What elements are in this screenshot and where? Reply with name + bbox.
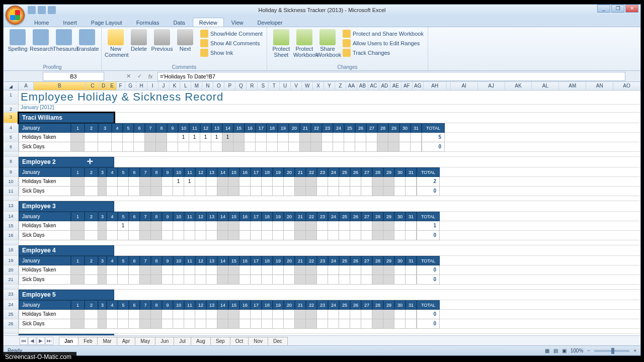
data-cell[interactable] (328, 310, 339, 319)
data-cell[interactable] (306, 319, 317, 329)
data-cell[interactable] (184, 319, 195, 329)
col-AB[interactable]: AB (357, 82, 368, 90)
ribbon-tab-developer[interactable]: Developer (251, 18, 289, 27)
col-I[interactable]: I (147, 82, 158, 90)
row-header[interactable]: 6 (4, 142, 19, 151)
data-cell[interactable] (173, 231, 184, 240)
data-cell[interactable] (317, 221, 328, 231)
data-cell[interactable] (350, 221, 361, 231)
data-cell[interactable] (71, 310, 85, 319)
data-cell[interactable] (195, 221, 206, 231)
data-cell[interactable] (289, 142, 300, 152)
data-cell[interactable] (239, 319, 251, 329)
data-cell[interactable] (300, 133, 311, 142)
data-cell[interactable] (394, 275, 406, 285)
data-cell[interactable] (411, 142, 422, 152)
data-cell[interactable] (173, 221, 184, 231)
data-cell[interactable] (366, 133, 377, 142)
data-cell[interactable] (295, 310, 306, 319)
col-P[interactable]: P (224, 82, 235, 90)
data-cell[interactable] (399, 133, 411, 142)
data-cell[interactable]: 1 (222, 133, 233, 142)
data-cell[interactable] (206, 187, 217, 196)
col-D[interactable]: D (100, 82, 108, 90)
row-header[interactable]: 28 (4, 334, 19, 335)
data-cell[interactable] (339, 275, 350, 285)
data-cell[interactable] (372, 265, 383, 275)
data-cell[interactable] (184, 187, 195, 196)
col-F[interactable]: F (117, 82, 125, 90)
row-header[interactable]: 25 (4, 310, 19, 319)
data-cell[interactable] (162, 310, 173, 319)
col-[interactable] (447, 82, 451, 90)
employee-name[interactable]: Employee 5 (19, 290, 114, 300)
row-header[interactable] (4, 329, 19, 333)
row-header[interactable]: 21 (4, 275, 19, 284)
data-cell[interactable] (339, 177, 350, 187)
data-cell[interactable] (383, 187, 394, 196)
data-cell[interactable] (200, 142, 211, 152)
data-cell[interactable] (71, 177, 85, 187)
row-header[interactable]: 20 (4, 265, 19, 275)
data-cell[interactable] (118, 319, 129, 329)
data-cell[interactable] (339, 231, 350, 240)
data-cell[interactable] (184, 310, 195, 319)
data-cell[interactable] (377, 133, 388, 142)
row-header[interactable]: 5 (4, 133, 19, 142)
data-cell[interactable] (406, 221, 417, 231)
data-cell[interactable] (98, 187, 107, 196)
sheet-tab-nov[interactable]: Nov (248, 337, 268, 345)
data-cell[interactable] (273, 319, 284, 329)
formula-input[interactable]: ='Holidays To Date'!B7 (157, 72, 625, 81)
data-cell[interactable] (355, 133, 366, 142)
data-cell[interactable] (151, 275, 162, 285)
data-cell[interactable] (85, 231, 98, 240)
data-cell[interactable] (311, 142, 322, 152)
data-cell[interactable] (306, 265, 317, 275)
data-cell[interactable] (394, 265, 406, 275)
data-cell[interactable] (273, 275, 284, 285)
data-cell[interactable] (162, 275, 173, 285)
data-cell[interactable] (118, 265, 129, 275)
data-cell[interactable] (317, 310, 328, 319)
data-cell[interactable] (184, 221, 195, 231)
data-cell[interactable] (71, 142, 85, 152)
col-V[interactable]: V (291, 82, 302, 90)
data-cell[interactable] (184, 265, 195, 275)
data-cell[interactable] (350, 319, 361, 329)
data-cell[interactable] (195, 265, 206, 275)
data-cell[interactable] (112, 142, 123, 152)
employee-name[interactable]: Traci Williams (19, 113, 114, 123)
row-header[interactable]: 13 (4, 201, 19, 211)
data-cell[interactable] (85, 275, 98, 285)
view-pagebreak-icon[interactable]: ▣ (562, 348, 567, 353)
data-cell[interactable] (118, 275, 129, 285)
data-cell[interactable] (107, 275, 118, 285)
ribbon-tab-view[interactable]: View (225, 18, 250, 27)
data-cell[interactable] (339, 221, 350, 231)
data-cell[interactable] (361, 319, 372, 329)
data-cell[interactable] (383, 221, 394, 231)
data-cell[interactable] (228, 221, 239, 231)
data-cell[interactable] (406, 310, 417, 319)
data-cell[interactable] (350, 177, 361, 187)
data-cell[interactable] (173, 275, 184, 285)
col-AF[interactable]: AF (401, 82, 413, 90)
col-C[interactable]: C (86, 82, 100, 90)
data-cell[interactable] (372, 221, 383, 231)
new-comment-button[interactable]: NewComment (105, 28, 127, 58)
col-R[interactable]: R (247, 82, 258, 90)
data-cell[interactable] (129, 265, 140, 275)
column-headers[interactable]: ◢ ABCDEFGHIJKLMNOPQRSTUVWXYZAAABACADAEAF… (4, 82, 640, 90)
data-cell[interactable] (140, 221, 151, 231)
row-header[interactable]: 3 (4, 113, 19, 123)
data-cell[interactable] (107, 231, 118, 240)
data-cell[interactable] (361, 265, 372, 275)
data-cell[interactable] (251, 319, 262, 329)
sheet-tab-mar[interactable]: Mar (97, 337, 117, 345)
data-cell[interactable] (273, 265, 284, 275)
data-cell[interactable] (328, 221, 339, 231)
data-cell[interactable] (228, 310, 239, 319)
data-cell[interactable] (383, 177, 394, 187)
data-cell[interactable] (151, 221, 162, 231)
